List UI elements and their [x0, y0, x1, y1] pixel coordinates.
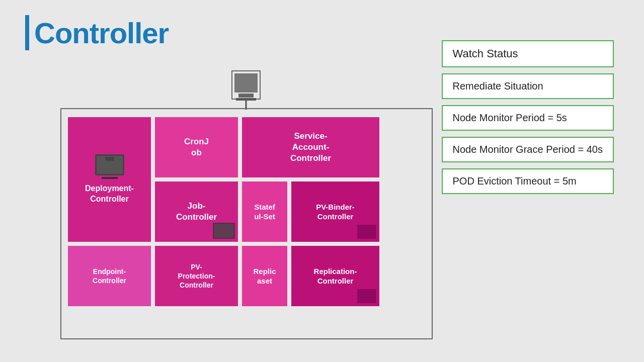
deployment-controller-block: Deployment-Controller [68, 117, 151, 242]
pod-eviction-timeout-box[interactable]: POD Eviction Timeout = 5m [442, 168, 614, 194]
replication-controller-label: Replication-Controller [314, 266, 357, 286]
controller-diagram: Deployment-Controller CronJob Service-Ac… [60, 108, 433, 339]
page-title: Controller [34, 16, 169, 50]
deployment-monitor-icon [95, 154, 124, 175]
replicaset-block: Replicaset [242, 246, 287, 306]
controllers-grid: Deployment-Controller CronJob Service-Ac… [68, 117, 425, 333]
job-controller-label: Job-Controller [176, 201, 217, 223]
job-controller-block: Job-Controller [155, 182, 238, 242]
remediate-situation-box[interactable]: Remediate Situation [442, 73, 614, 99]
pv-binder-controller-label: PV-Binder-Controller [316, 202, 355, 222]
job-monitor-icon [213, 223, 235, 239]
node-monitor-grace-box[interactable]: Node Monitor Grace Period = 40s [442, 137, 614, 162]
replicaset-label: Replicaset [253, 266, 276, 286]
deployment-controller-label: Deployment-Controller [85, 184, 134, 205]
pv-protection-controller-label: PV-Protection-Controller [178, 262, 215, 290]
pv-protection-controller-block: PV-Protection-Controller [155, 246, 238, 306]
watch-status-box[interactable]: Watch Status [442, 40, 614, 67]
node-monitor-period-box[interactable]: Node Monitor Period = 5s [442, 105, 614, 131]
replication-icon [357, 289, 376, 303]
title-bar-decoration [25, 15, 29, 50]
service-account-controller-label: Service-Account-Controller [290, 131, 331, 164]
cronj-ob-block: CronJob [155, 117, 238, 177]
stateful-set-label: Stateful-Set [254, 202, 275, 222]
replication-controller-block: Replication-Controller [291, 246, 379, 306]
page-title-area: Controller [25, 15, 169, 50]
top-connector-icon [231, 70, 261, 100]
endpoint-controller-block: Endpoint-Controller [68, 246, 151, 306]
info-panel: Watch Status Remediate Situation Node Mo… [442, 40, 614, 194]
pv-binder-icon [357, 225, 376, 239]
endpoint-controller-label: Endpoint-Controller [93, 267, 126, 285]
cronj-ob-label: CronJob [184, 136, 209, 158]
stateful-set-block: Stateful-Set [242, 182, 287, 242]
pv-binder-controller-block: PV-Binder-Controller [291, 182, 379, 242]
service-account-controller-block: Service-Account-Controller [242, 117, 379, 177]
